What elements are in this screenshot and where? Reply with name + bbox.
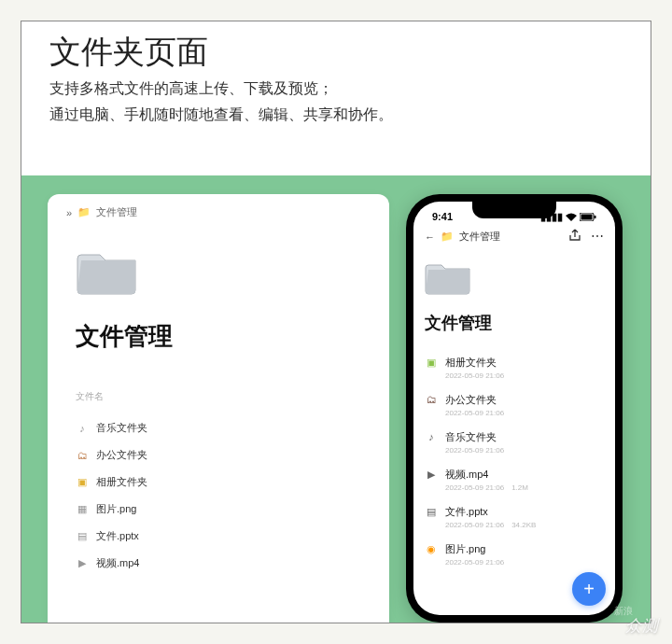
- battery-icon: [580, 212, 596, 223]
- folder-hero-icon: [425, 258, 473, 297]
- file-name: 办公文件夹: [445, 393, 604, 407]
- breadcrumb-expand-icon[interactable]: »: [66, 207, 72, 218]
- file-size: 1.2M: [511, 483, 528, 492]
- file-icon: ▣: [76, 476, 89, 489]
- demo-area: » 📁 文件管理 文件管理 文件名 ♪音乐文件夹🗂办公文件夹▣相册文件夹▦图片.…: [21, 175, 651, 623]
- phone-heading: 文件管理: [425, 312, 604, 334]
- file-name: 相册文件夹: [445, 356, 604, 370]
- folder-hero-icon: [76, 244, 141, 296]
- breadcrumb-text: 文件管理: [96, 205, 137, 219]
- file-name: 图片.png: [445, 542, 604, 556]
- file-name: 音乐文件夹: [445, 430, 604, 444]
- list-item[interactable]: ▶ 视频.mp4 2022-05-09 21:061.2M: [425, 461, 604, 498]
- file-name: 视频.mp4: [96, 556, 139, 570]
- list-item[interactable]: ▦图片.png: [76, 496, 371, 523]
- desktop-heading: 文件管理: [76, 320, 371, 353]
- list-item[interactable]: ▶视频.mp4: [76, 550, 371, 577]
- share-icon[interactable]: [568, 229, 581, 245]
- list-item[interactable]: 🗂办公文件夹: [76, 441, 371, 469]
- list-item[interactable]: 🗂 办公文件夹 2022-05-09 21:06: [425, 386, 604, 424]
- phone-nav: ← 📁 文件管理 ⋯: [425, 229, 604, 245]
- more-icon[interactable]: ⋯: [591, 229, 604, 245]
- file-date: 2022-05-09 21:06: [445, 371, 504, 380]
- list-item[interactable]: ▤ 文件.pptx 2022-05-09 21:0634.2KB: [425, 498, 604, 536]
- subtitle-line1: 支持多格式文件的高速上传、下载及预览；: [49, 77, 623, 100]
- svg-rect-2: [595, 216, 596, 218]
- desktop-panel: » 📁 文件管理 文件管理 文件名 ♪音乐文件夹🗂办公文件夹▣相册文件夹▦图片.…: [48, 194, 389, 623]
- list-item[interactable]: ▤文件.pptx: [76, 523, 371, 550]
- file-name: 文件.pptx: [96, 529, 139, 543]
- watermark: 众测: [625, 615, 659, 637]
- file-date: 2022-05-09 21:06: [445, 558, 504, 567]
- file-icon: ▣: [425, 356, 438, 369]
- desktop-file-list: ♪音乐文件夹🗂办公文件夹▣相册文件夹▦图片.png▤文件.pptx▶视频.mp4: [76, 414, 371, 577]
- list-item[interactable]: ◉ 图片.png 2022-05-09 21:06: [425, 536, 604, 573]
- file-date: 2022-05-09 21:06: [445, 446, 504, 455]
- file-icon: ♪: [425, 430, 438, 443]
- wifi-icon: [566, 212, 577, 223]
- breadcrumb[interactable]: » 📁 文件管理: [66, 205, 371, 219]
- file-icon: ♪: [76, 422, 89, 435]
- column-header-name: 文件名: [76, 390, 371, 403]
- file-icon: ▶: [425, 468, 438, 481]
- folder-icon: 📁: [441, 231, 454, 243]
- file-size: 34.2KB: [511, 521, 536, 529]
- page-title: 文件夹页面: [49, 31, 623, 74]
- file-icon: 🗂: [76, 449, 89, 462]
- add-button[interactable]: +: [572, 572, 606, 606]
- file-date: 2022-05-09 21:06: [445, 483, 504, 492]
- file-icon: ▤: [76, 530, 89, 543]
- back-button[interactable]: ←: [425, 231, 435, 243]
- phone-screen: 9:41 ▮▮▮▮ ← 📁 文件管理: [413, 202, 615, 615]
- file-name: 相册文件夹: [96, 475, 147, 489]
- file-name: 办公文件夹: [96, 448, 147, 462]
- file-icon: ▦: [76, 503, 89, 516]
- status-time: 9:41: [432, 211, 453, 223]
- list-item[interactable]: ▣ 相册文件夹 2022-05-09 21:06: [425, 349, 604, 386]
- phone-notch: [472, 202, 556, 218]
- nav-title: 文件管理: [459, 230, 500, 244]
- file-date: 2022-05-09 21:06: [445, 521, 504, 529]
- file-icon: ▶: [76, 557, 89, 570]
- file-name: 音乐文件夹: [96, 421, 147, 435]
- list-item[interactable]: ▣相册文件夹: [76, 469, 371, 496]
- subtitle-line2: 通过电脑、手机随时随地查看、编辑、共享和协作。: [49, 104, 623, 126]
- list-item[interactable]: ♪音乐文件夹: [76, 414, 371, 441]
- list-item[interactable]: ♪ 音乐文件夹 2022-05-09 21:06: [425, 424, 604, 461]
- file-name: 文件.pptx: [445, 505, 604, 519]
- phone-file-list: ▣ 相册文件夹 2022-05-09 21:06 🗂 办公文件夹 2022-05…: [425, 349, 604, 573]
- folder-icon: 📁: [77, 206, 91, 218]
- file-name: 图片.png: [96, 502, 136, 516]
- phone-frame: 9:41 ▮▮▮▮ ← 📁 文件管理: [406, 194, 623, 623]
- file-icon: 🗂: [425, 393, 438, 406]
- file-icon: ◉: [425, 542, 438, 555]
- file-icon: ▤: [425, 505, 438, 518]
- file-name: 视频.mp4: [445, 468, 604, 482]
- file-date: 2022-05-09 21:06: [445, 409, 504, 417]
- svg-rect-1: [581, 214, 593, 219]
